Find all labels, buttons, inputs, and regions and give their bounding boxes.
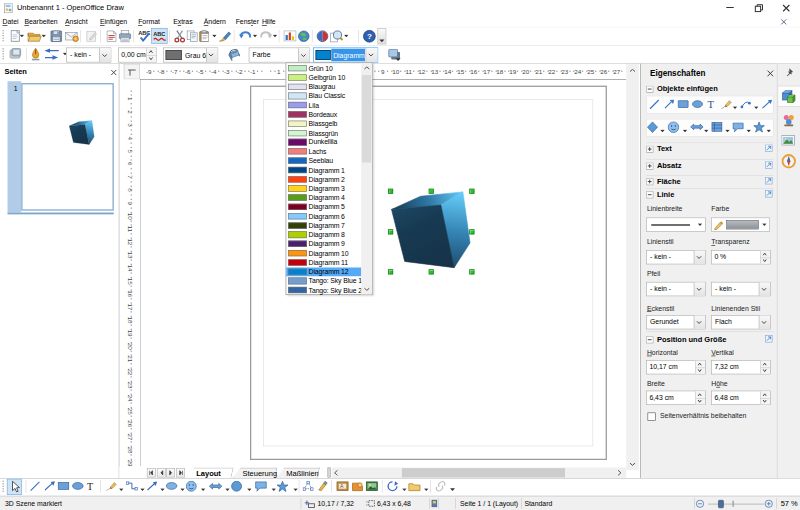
svg-text:T: T: [87, 481, 93, 492]
svg-text:ABC: ABC: [153, 31, 165, 37]
svg-text:?: ?: [367, 32, 372, 41]
svg-text:T: T: [708, 99, 715, 110]
